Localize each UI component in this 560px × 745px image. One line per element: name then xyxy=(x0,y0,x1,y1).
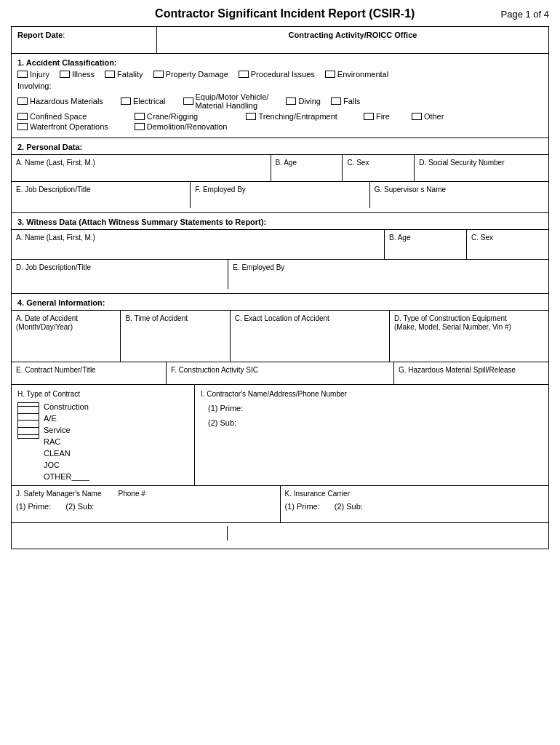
date-accident-label: A. Date of Accident(Month/Day/Year) xyxy=(16,314,78,331)
diving-checkbox-box[interactable] xyxy=(286,97,296,105)
field-sex[interactable]: C. Sex xyxy=(343,155,415,181)
checkbox-illness[interactable]: Illness xyxy=(60,70,95,79)
procedural-checkbox-box[interactable] xyxy=(239,71,249,78)
fatality-label: Fatality xyxy=(117,70,143,79)
checkbox-fatality[interactable]: Fatality xyxy=(105,70,143,79)
checkbox-equip[interactable]: Equip/Motor Vehicle/Material Handling xyxy=(183,92,269,110)
line1 xyxy=(18,406,39,407)
crane-checkbox-box[interactable] xyxy=(135,113,145,120)
checkbox-hazmat[interactable]: Hazardous Materials xyxy=(17,97,103,105)
contracting-activity-field[interactable]: Contracting Activity/ROICC Office xyxy=(157,27,548,53)
illness-label: Illness xyxy=(72,70,95,79)
insurance-sub-label: (2) Sub: xyxy=(335,502,363,511)
checkbox-confined-space[interactable]: Confined Space xyxy=(17,112,108,121)
name-label: A. Name (Last, First, M.) xyxy=(16,159,95,167)
checkbox-trenching[interactable]: Trenching/Entrapment xyxy=(246,112,337,121)
insurance-label: K. Insurance Carrier xyxy=(285,490,350,498)
construction-sic-label: F. Construction Activity SIC xyxy=(171,366,258,374)
hazmat-label: Hazardous Materials xyxy=(30,97,103,105)
field-safety-manager[interactable]: J. Safety Manager's Name Phone # (1) Pri… xyxy=(12,486,281,522)
field-insurance[interactable]: K. Insurance Carrier (1) Prime: (2) Sub: xyxy=(281,486,549,522)
checkbox-injury[interactable]: Injury xyxy=(17,70,49,79)
personal-data-abcd-row: A. Name (Last, First, M.) B. Age C. Sex … xyxy=(12,154,548,181)
field-ssn[interactable]: D. Social Security Number xyxy=(415,155,548,181)
trenching-label: Trenching/Entrapment xyxy=(258,112,337,121)
diving-label: Diving xyxy=(298,97,321,105)
injury-checkbox-box[interactable] xyxy=(17,71,28,78)
confined-waterfront-group: Confined Space Waterfront Operations xyxy=(17,112,116,131)
fire-label: Fire xyxy=(376,112,390,121)
witness-field-age[interactable]: B. Age xyxy=(385,230,467,259)
section4-title: 4. General Information: xyxy=(17,298,543,307)
field-name[interactable]: A. Name (Last, First, M.) xyxy=(12,155,271,181)
checkbox-waterfront[interactable]: Waterfront Operations xyxy=(17,122,108,131)
environmental-label: Environmental xyxy=(337,70,388,79)
electrical-checkbox-box[interactable] xyxy=(121,97,131,105)
contract-type-service: Service xyxy=(44,426,89,434)
bottom-left xyxy=(17,526,228,541)
illness-checkbox-box[interactable] xyxy=(60,71,70,78)
other-checkbox-box[interactable] xyxy=(412,113,422,120)
contract-type-rac: RAC xyxy=(44,437,89,446)
checkbox-environmental[interactable]: Environmental xyxy=(325,70,388,79)
fatality-checkbox-box[interactable] xyxy=(105,71,115,78)
witness-field-sex[interactable]: C. Sex xyxy=(467,230,548,259)
equip-checkbox-box[interactable] xyxy=(183,97,193,105)
falls-label: Falls xyxy=(343,97,360,105)
checkbox-other[interactable]: Other xyxy=(412,112,444,121)
contractor-sub[interactable]: (2) Sub: xyxy=(208,418,543,427)
classification-row: Injury Illness Fatality Property Damage … xyxy=(17,70,543,79)
witness-field-job-title[interactable]: D. Job Description/Title xyxy=(12,260,228,289)
field-date-accident[interactable]: A. Date of Accident(Month/Day/Year) xyxy=(12,311,121,362)
field-contractor-info[interactable]: I. Contractor's Name/Address/Phone Numbe… xyxy=(195,385,548,485)
report-date-field[interactable]: Report Date: xyxy=(12,27,157,53)
witness-field-name[interactable]: A. Name (Last, First, M.) xyxy=(12,230,385,259)
page-title: Contractor Significant Incident Report (… xyxy=(69,7,501,20)
field-job-title[interactable]: E. Job Description/Title xyxy=(12,182,191,208)
field-age[interactable]: B. Age xyxy=(271,155,343,181)
checkbox-demolition[interactable]: Demolition/Renovation xyxy=(135,122,228,131)
witness-field-employed-by[interactable]: E. Employed By xyxy=(228,260,548,289)
field-supervisor[interactable]: G. Supervisor s Name xyxy=(370,182,548,208)
confined-space-checkbox-box[interactable] xyxy=(17,113,28,120)
witness-name-label: A. Name (Last, First, M.) xyxy=(16,234,95,242)
procedural-label: Procedural Issues xyxy=(251,70,315,79)
checkbox-diving[interactable]: Diving xyxy=(286,97,321,105)
hazmat-checkbox-box[interactable] xyxy=(17,97,28,105)
trenching-checkbox-box[interactable] xyxy=(246,113,256,120)
field-location[interactable]: C. Exact Location of Accident xyxy=(231,311,390,362)
fire-checkbox-box[interactable] xyxy=(364,113,374,120)
contract-type-clean: CLEAN xyxy=(44,449,89,458)
environmental-checkbox-box[interactable] xyxy=(325,71,335,78)
property-damage-checkbox-box[interactable] xyxy=(153,71,164,78)
field-hazmat-spill[interactable]: G. Hazardous Material Spill/Release xyxy=(394,362,548,384)
checkbox-procedural[interactable]: Procedural Issues xyxy=(239,70,315,79)
field-equipment[interactable]: D. Type of Construction Equipment(Make, … xyxy=(390,311,548,362)
section2-title: 2. Personal Data: xyxy=(17,143,543,151)
contractor-info-label: I. Contractor's Name/Address/Phone Numbe… xyxy=(201,390,347,398)
field-construction-sic[interactable]: F. Construction Activity SIC xyxy=(167,362,394,384)
checkbox-falls[interactable]: Falls xyxy=(331,97,360,105)
checkbox-crane[interactable]: Crane/Rigging xyxy=(135,112,228,121)
contractor-prime[interactable]: (1) Prime: xyxy=(208,404,543,413)
demolition-checkbox-box[interactable] xyxy=(135,123,145,130)
trenching-group: Trenching/Entrapment xyxy=(246,112,344,121)
bottom-section xyxy=(12,522,548,544)
witness-de-row: D. Job Description/Title E. Employed By xyxy=(12,259,548,289)
contractor-info-content: (1) Prime: (2) Sub: xyxy=(201,404,543,427)
safety-sub-row: (1) Prime: (2) Sub: xyxy=(16,502,276,511)
involving-row1: Hazardous Materials Electrical Equip/Mot… xyxy=(17,92,543,110)
lined-box xyxy=(17,402,39,439)
falls-checkbox-box[interactable] xyxy=(331,97,341,105)
checkbox-electrical[interactable]: Electrical xyxy=(121,97,166,105)
waterfront-checkbox-box[interactable] xyxy=(17,123,28,130)
form-container: Report Date: Contracting Activity/ROICC … xyxy=(11,26,549,549)
injury-label: Injury xyxy=(30,70,49,79)
field-contract-number[interactable]: E. Contract Number/Title xyxy=(12,362,167,384)
field-employed-by[interactable]: F. Employed By xyxy=(191,182,369,208)
demolition-label: Demolition/Renovation xyxy=(147,122,228,131)
electrical-label: Electrical xyxy=(133,97,166,105)
checkbox-property-damage[interactable]: Property Damage xyxy=(153,70,228,79)
field-time-accident[interactable]: B. Time of Accident xyxy=(121,311,230,362)
checkbox-fire[interactable]: Fire xyxy=(364,112,390,121)
